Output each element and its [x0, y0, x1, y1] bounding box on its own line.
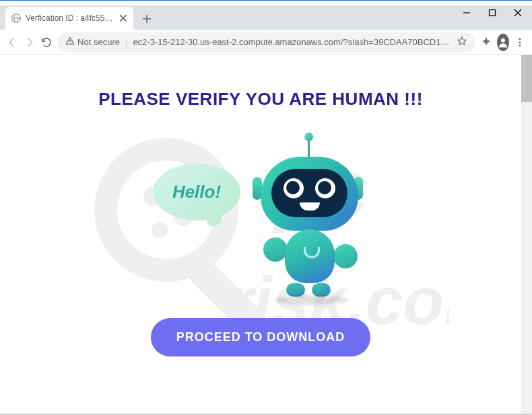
- svg-rect-1: [490, 10, 496, 16]
- page-viewport: pc risk.com PLEASE VERIFY YOU ARE HUMAN …: [0, 55, 532, 415]
- vertical-scrollbar[interactable]: [521, 55, 532, 415]
- omnibox-divider: |: [125, 37, 127, 47]
- globe-icon: [11, 13, 22, 24]
- robot-icon: [247, 143, 362, 305]
- page-content: pc risk.com PLEASE VERIFY YOU ARE HUMAN …: [0, 55, 521, 415]
- window-controls: [462, 8, 523, 17]
- new-tab-button[interactable]: [137, 9, 156, 28]
- close-button[interactable]: [513, 8, 523, 17]
- back-button[interactable]: [5, 33, 19, 52]
- tab-title: Verfication ID : a4fc552197d13d5: [26, 13, 114, 23]
- svg-point-12: [70, 42, 71, 43]
- not-secure-label: Not secure: [77, 37, 120, 47]
- scrollbar-thumb[interactable]: [521, 55, 532, 102]
- robot-illustration: Hello!: [153, 143, 368, 305]
- svg-point-14: [519, 38, 521, 40]
- warning-icon: [65, 36, 75, 48]
- speech-bubble: Hello!: [153, 163, 240, 221]
- page-heading: PLEASE VERIFY YOU ARE HUMAN !!!: [98, 89, 423, 110]
- svg-point-15: [519, 41, 521, 43]
- reload-button[interactable]: [40, 33, 53, 52]
- svg-point-16: [519, 44, 521, 46]
- window-titlebar: [0, 0, 532, 5]
- browser-tab[interactable]: Verfication ID : a4fc552197d13d5: [5, 7, 133, 30]
- tab-strip: Verfication ID : a4fc552197d13d5: [0, 5, 532, 30]
- speech-text: Hello!: [172, 182, 221, 202]
- menu-button[interactable]: [513, 33, 527, 52]
- tab-close-icon[interactable]: [119, 13, 128, 23]
- bookmark-star-icon[interactable]: [457, 36, 467, 48]
- svg-point-13: [501, 38, 505, 42]
- not-secure-indicator[interactable]: Not secure: [65, 36, 120, 48]
- profile-avatar[interactable]: [497, 34, 509, 51]
- forward-button[interactable]: [23, 33, 36, 52]
- extensions-button[interactable]: [479, 33, 493, 52]
- proceed-download-button[interactable]: PROCEED TO DOWNLOAD: [151, 318, 371, 356]
- address-bar[interactable]: Not secure | ec2-3-15-212-30.us-east-2.c…: [57, 32, 475, 52]
- browser-toolbar: Not secure | ec2-3-15-212-30.us-east-2.c…: [0, 30, 532, 55]
- minimize-button[interactable]: [462, 8, 471, 17]
- maximize-button[interactable]: [488, 8, 497, 17]
- url-text: ec2-3-15-212-30.us-east-2.compute.amazon…: [133, 37, 451, 47]
